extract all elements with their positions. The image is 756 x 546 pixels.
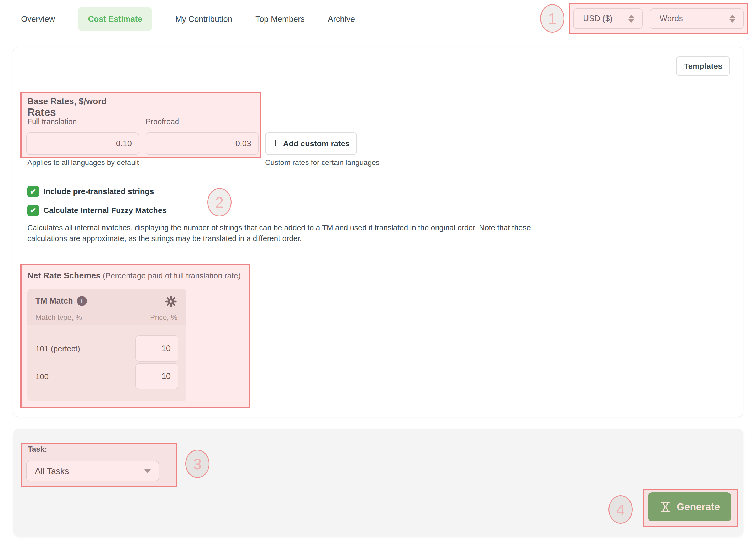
tm-match-title-text: TM Match	[35, 296, 73, 306]
tab-top-members[interactable]: Top Members	[255, 14, 305, 24]
units-select-value: Words	[660, 14, 729, 23]
panel-divider	[24, 493, 732, 494]
cost-estimate-page: Overview Cost Estimate My Contribution T…	[0, 0, 756, 546]
checkbox-checked-icon[interactable]: ✔	[27, 186, 39, 197]
price-column-header: Price, %	[150, 313, 177, 322]
tm-match-card: TM Match i Match type, % Price, % 101 (p…	[27, 289, 186, 401]
generate-button[interactable]: Generate	[648, 492, 731, 521]
templates-button[interactable]: Templates	[676, 56, 730, 76]
match-type-column-header: Match type, %	[35, 313, 82, 322]
tab-cost-estimate[interactable]: Cost Estimate	[78, 7, 152, 31]
match-row-label-100: 100	[35, 372, 49, 381]
fuzzy-matches-checkbox-label: Calculate Internal Fuzzy Matches	[43, 206, 167, 215]
proofread-label: Proofread	[146, 117, 179, 126]
base-rates-heading: Base Rates, $/word	[27, 96, 107, 106]
nav-divider	[8, 38, 748, 38]
add-custom-rates-label: Add custom rates	[283, 139, 350, 148]
checkbox-checked-icon[interactable]: ✔	[27, 204, 39, 216]
card-header-divider	[13, 83, 743, 83]
plus-icon: +	[272, 138, 279, 149]
top-nav: Overview Cost Estimate My Contribution T…	[21, 0, 355, 38]
full-translation-input[interactable]	[26, 132, 139, 155]
info-icon[interactable]: i	[77, 296, 87, 306]
currency-select-value: USD ($)	[583, 14, 628, 23]
pretranslated-checkbox-row[interactable]: ✔ Include pre-translated strings	[27, 186, 154, 197]
up-down-arrows-icon	[628, 15, 634, 23]
tab-my-contribution[interactable]: My Contribution	[175, 14, 232, 24]
custom-rates-helper: Custom rates for certain languages	[265, 158, 380, 167]
match-price-input-100[interactable]	[135, 363, 179, 390]
rates-card: Rates Templates Base Rates, $/word Full …	[13, 47, 743, 417]
fuzzy-matches-checkbox-row[interactable]: ✔ Calculate Internal Fuzzy Matches	[27, 204, 167, 216]
tab-archive[interactable]: Archive	[328, 14, 355, 24]
task-select[interactable]: All Tasks	[26, 461, 159, 481]
proofread-input[interactable]	[146, 132, 259, 155]
match-row-label-101: 101 (perfect)	[35, 344, 80, 353]
annotation-step-1-badge: 1	[540, 4, 564, 33]
task-select-value: All Tasks	[35, 466, 144, 476]
tm-match-title: TM Match i	[35, 296, 87, 306]
match-price-input-101[interactable]	[135, 336, 179, 362]
pretranslated-checkbox-label: Include pre-translated strings	[43, 187, 154, 196]
rates-title: Rates	[27, 106, 56, 118]
net-rate-schemes-subtitle: (Percentage paid of full translation rat…	[103, 271, 241, 280]
generate-panel: Task: All Tasks Generate	[13, 429, 743, 536]
caret-down-icon	[144, 469, 151, 473]
up-down-arrows-icon	[729, 15, 735, 23]
base-rates-helper: Applies to all languages by default	[27, 158, 139, 167]
add-custom-rates-button[interactable]: + Add custom rates	[265, 132, 357, 155]
currency-select[interactable]: USD ($)	[573, 8, 643, 29]
full-translation-label: Full translation	[27, 117, 77, 126]
generate-button-label: Generate	[677, 501, 720, 513]
gear-icon[interactable]	[165, 296, 177, 308]
net-rate-schemes-title: Net Rate Schemes	[27, 271, 101, 280]
task-label: Task:	[28, 445, 47, 454]
units-select[interactable]: Words	[650, 8, 744, 29]
net-rate-schemes-heading: Net Rate Schemes (Percentage paid of ful…	[27, 271, 241, 281]
tab-overview[interactable]: Overview	[21, 14, 55, 24]
fuzzy-matches-description: Calculates all internal matches, display…	[27, 222, 531, 244]
hourglass-icon	[659, 501, 671, 513]
